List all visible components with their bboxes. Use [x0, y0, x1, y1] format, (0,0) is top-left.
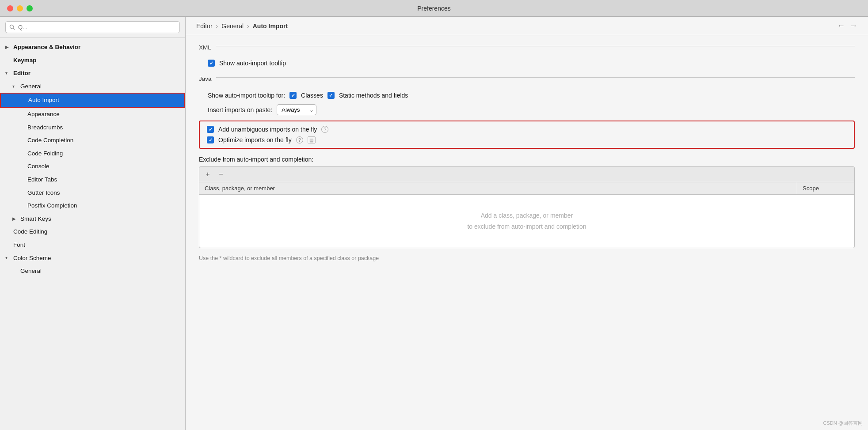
- sidebar-item-smart-keys[interactable]: ▶ Smart Keys: [0, 212, 185, 226]
- add-unambiguous-row: Add unambiguous imports on the fly ?: [207, 126, 847, 133]
- sidebar-item-code-completion[interactable]: Code Completion: [0, 134, 185, 147]
- table-empty-line2: to exclude from auto-import and completi…: [467, 221, 586, 232]
- sidebar-item-appearance-behavior[interactable]: ▶ Appearance & Behavior: [0, 41, 185, 54]
- sidebar-item-general[interactable]: ▾ General: [0, 80, 185, 93]
- breadcrumb-general: General: [221, 23, 244, 30]
- titlebar-buttons: [7, 5, 33, 11]
- optimize-imports-label: Optimize imports on the fly: [218, 136, 292, 143]
- xml-section-label: XML: [199, 44, 211, 51]
- sidebar-item-postfix-completion[interactable]: Postfix Completion: [0, 199, 185, 212]
- exclude-label: Exclude from auto-import and completion:: [199, 156, 855, 163]
- sidebar-item-console[interactable]: Console: [0, 160, 185, 173]
- java-classes-checkbox[interactable]: [289, 92, 297, 99]
- nav-arrows: ← →: [837, 21, 857, 30]
- java-tooltip-row: Show auto-import tooltip for: Classes St…: [199, 92, 855, 99]
- search-input[interactable]: [5, 21, 180, 33]
- main-layout: ▶ Appearance & Behavior Keymap ▾ Editor …: [0, 17, 868, 430]
- exclude-table: Class, package, or member Scope Add a cl…: [199, 182, 855, 248]
- table-empty-state: Add a class, package, or member to exclu…: [199, 195, 854, 248]
- sidebar-item-color-scheme[interactable]: ▾ Color Scheme: [0, 252, 185, 265]
- chevron-right-smart-keys: ▶: [12, 215, 19, 223]
- insert-imports-row: Insert imports on paste: Always Ask Neve…: [199, 104, 855, 115]
- xml-show-tooltip-label: Show auto-import tooltip: [219, 60, 286, 67]
- highlighted-options-box: Add unambiguous imports on the fly ? Opt…: [199, 121, 855, 149]
- java-classes-label: Classes: [301, 92, 323, 99]
- breadcrumb-auto-import: Auto Import: [253, 23, 288, 30]
- java-section: Java Show auto-import tooltip for: Class…: [199, 75, 855, 263]
- sidebar: ▶ Appearance & Behavior Keymap ▾ Editor …: [0, 17, 186, 430]
- footnote: Use the * wildcard to exclude all member…: [199, 254, 508, 263]
- remove-entry-button[interactable]: −: [216, 170, 226, 179]
- sidebar-item-editor-tabs[interactable]: Editor Tabs: [0, 173, 185, 186]
- content-area: Editor › General › Auto Import ← → XML: [186, 17, 868, 430]
- maximize-button[interactable]: [27, 5, 33, 11]
- sidebar-item-auto-import[interactable]: Auto Import: [0, 93, 185, 108]
- close-button[interactable]: [7, 5, 13, 11]
- xml-show-tooltip-row: Show auto-import tooltip: [199, 60, 855, 67]
- optimize-imports-checkbox[interactable]: [207, 136, 214, 143]
- xml-show-tooltip-checkbox[interactable]: [208, 60, 215, 67]
- sidebar-tree: ▶ Appearance & Behavior Keymap ▾ Editor …: [0, 38, 185, 430]
- optimize-imports-row: Optimize imports on the fly ? ▤: [207, 136, 847, 143]
- exclude-section: Exclude from auto-import and completion:…: [199, 156, 855, 263]
- sidebar-item-code-folding[interactable]: Code Folding: [0, 147, 185, 160]
- insert-imports-select-wrapper: Always Ask Never ⌄: [277, 104, 316, 115]
- table-header: Class, package, or member Scope: [199, 182, 854, 195]
- forward-button[interactable]: →: [849, 21, 857, 30]
- add-unambiguous-checkbox[interactable]: [207, 126, 214, 133]
- sidebar-item-keymap[interactable]: Keymap: [0, 54, 185, 67]
- chevron-down-icon: ▾: [5, 70, 11, 77]
- breadcrumb-sep-1: ›: [216, 23, 218, 30]
- xml-section: XML Show auto-import tooltip: [199, 44, 855, 67]
- add-unambiguous-help-icon[interactable]: ?: [321, 126, 328, 133]
- back-button[interactable]: ←: [837, 21, 845, 30]
- breadcrumb-bar: Editor › General › Auto Import ← →: [186, 17, 868, 35]
- java-static-label: Static methods and fields: [339, 92, 408, 99]
- col-header-scope: Scope: [797, 182, 854, 194]
- content-body: XML Show auto-import tooltip Java Show a…: [186, 35, 868, 430]
- sidebar-item-code-editing[interactable]: Code Editing: [0, 225, 185, 238]
- window-title: Preferences: [417, 5, 450, 12]
- breadcrumb-editor: Editor: [196, 23, 213, 30]
- sidebar-item-color-scheme-general[interactable]: General: [0, 264, 185, 278]
- col-header-class: Class, package, or member: [199, 182, 797, 194]
- java-tooltip-label: Show auto-import tooltip for:: [208, 92, 285, 99]
- breadcrumb: Editor › General › Auto Import: [196, 23, 288, 30]
- sidebar-item-font[interactable]: Font: [0, 238, 185, 252]
- chevron-down-icon-general: ▾: [12, 83, 19, 90]
- table-empty-line1: Add a class, package, or member: [481, 210, 573, 221]
- sidebar-item-appearance[interactable]: Appearance: [0, 108, 185, 121]
- sidebar-item-gutter-icons[interactable]: Gutter Icons: [0, 186, 185, 200]
- sidebar-item-breadcrumbs[interactable]: Breadcrumbs: [0, 121, 185, 134]
- insert-imports-label: Insert imports on paste:: [208, 106, 272, 113]
- sidebar-item-editor[interactable]: ▾ Editor: [0, 67, 185, 80]
- titlebar: Preferences: [0, 0, 868, 17]
- insert-imports-select[interactable]: Always Ask Never: [277, 104, 316, 115]
- table-toolbar: + −: [199, 166, 855, 182]
- optimize-imports-help-icon[interactable]: ?: [296, 136, 303, 143]
- add-entry-button[interactable]: +: [203, 170, 213, 179]
- add-unambiguous-label: Add unambiguous imports on the fly: [218, 126, 317, 133]
- java-static-checkbox[interactable]: [327, 92, 335, 99]
- watermark: CSDN @回答言网: [823, 420, 863, 426]
- optimize-imports-config-icon[interactable]: ▤: [308, 136, 316, 143]
- chevron-right-icon: ▶: [5, 44, 11, 51]
- breadcrumb-sep-2: ›: [247, 23, 249, 30]
- java-section-label: Java: [199, 75, 212, 82]
- search-bar: [0, 17, 185, 38]
- minimize-button[interactable]: [17, 5, 23, 11]
- chevron-down-color-scheme: ▾: [5, 254, 11, 261]
